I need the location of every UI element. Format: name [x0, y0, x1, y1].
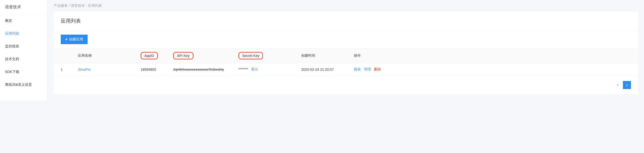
td-secretkey: ******* 显示 [234, 63, 297, 76]
table-row: 1 JimuPro 18569855 2qrMXxxxxxxxxxxxxxTeD… [54, 63, 638, 76]
td-actions: 报表 管理 删除 [350, 63, 638, 76]
main-content: 产品服务 / 语音技术 - 应用列表 应用列表 + 创建应用 应用名称 Ap [48, 0, 644, 100]
breadcrumb: 产品服务 / 语音技术 - 应用列表 [48, 0, 644, 12]
apikey-redacted: 2qrMXxxxxxxxxxxxxxTeDxxDq [173, 67, 224, 71]
th-apikey: API Key [169, 48, 234, 63]
sidebar-item-app-list[interactable]: 应用列表 [0, 27, 47, 40]
sidebar-title: 语音技术 [0, 0, 47, 15]
create-app-button[interactable]: + 创建应用 [61, 35, 88, 44]
sidebar-item-docs[interactable]: 技术文档 [0, 53, 47, 66]
breadcrumb-current: 语音技术 - 应用列表 [71, 4, 102, 8]
highlight-secretkey: Secret Key [238, 52, 263, 59]
td-apikey: 2qrMXxxxxxxxxxxxxxTeDxxDq [169, 63, 234, 76]
panel-title: 应用列表 [54, 12, 638, 31]
highlight-apikey: API Key [173, 52, 194, 59]
highlight-appid: AppID [141, 52, 158, 59]
toolbar: + 创建应用 [54, 31, 638, 48]
sidebar-item-overview[interactable]: 概览 [0, 15, 47, 27]
th-name: 应用名称 [74, 48, 137, 63]
breadcrumb-root[interactable]: 产品服务 [54, 4, 68, 8]
th-secretkey: Secret Key [234, 48, 297, 63]
pagination: < 1 [54, 76, 638, 94]
action-report[interactable]: 报表 [354, 67, 361, 71]
panel: 应用列表 + 创建应用 应用名称 AppID API [54, 12, 638, 94]
pagination-current[interactable]: 1 [623, 81, 631, 89]
th-actions: 操作 [350, 48, 638, 63]
td-name: JimuPro [74, 63, 137, 76]
sidebar-item-monitor[interactable]: 监控报表 [0, 40, 47, 53]
th-time: 创建时间 [297, 48, 350, 63]
plus-icon: + [65, 37, 68, 42]
table-header-row: 应用名称 AppID API Key Secret Key 创建时间 操作 [54, 48, 638, 63]
create-app-button-label: 创建应用 [69, 37, 83, 42]
sidebar-item-sdk[interactable]: SDK下载 [0, 66, 47, 79]
td-time: 2020-02-24 21:20:07 [297, 63, 350, 76]
action-manage[interactable]: 管理 [364, 67, 371, 71]
app-table: 应用名称 AppID API Key Secret Key 创建时间 操作 [54, 48, 638, 76]
app-name-link[interactable]: JimuPro [78, 67, 91, 71]
td-appid: 18569855 [137, 63, 169, 76]
show-secret-link[interactable]: 显示 [251, 67, 258, 71]
breadcrumb-sep: / [69, 4, 70, 8]
action-delete[interactable]: 删除 [374, 67, 381, 71]
th-index [54, 48, 74, 63]
th-appid: AppID [137, 48, 169, 63]
secretkey-masked: ******* [238, 67, 248, 71]
pagination-prev[interactable]: < [617, 83, 619, 87]
sidebar-item-offline[interactable]: 离线词&语义设置 [0, 79, 47, 91]
td-index: 1 [54, 63, 74, 76]
sidebar: 语音技术 概览 应用列表 监控报表 技术文档 SDK下载 离线词&语义设置 [0, 0, 48, 100]
